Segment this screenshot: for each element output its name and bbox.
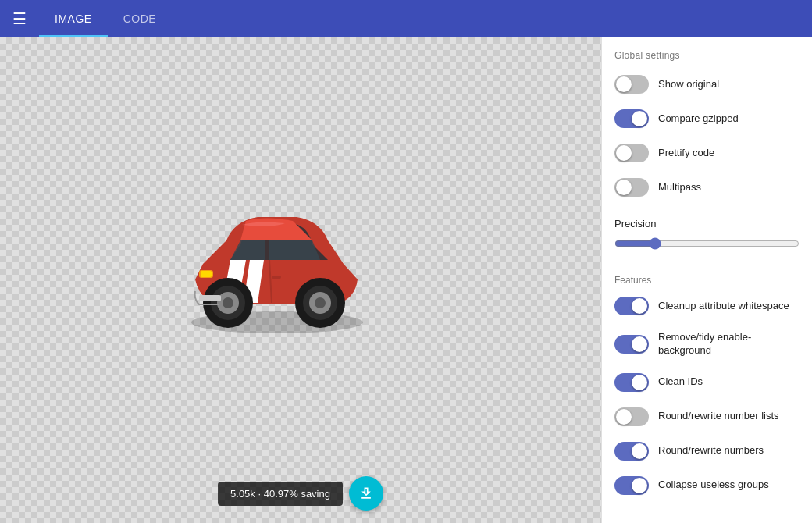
- setting-row-round-rewrite-number-lists: Round/rewrite number lists: [602, 400, 812, 434]
- setting-label-multipass: Multipass: [658, 181, 800, 194]
- setting-label-show-original: Show original: [658, 78, 800, 91]
- svg-point-5: [223, 297, 233, 308]
- download-button[interactable]: [349, 476, 383, 511]
- toggle-thumb-remove-tidy-enable-background: [632, 336, 647, 352]
- setting-row-collapse-useless-groups: Collapse useless groups: [602, 468, 812, 503]
- divider-1: [602, 208, 812, 208]
- global-settings: Show originalCompare gzippedPrettify cod…: [602, 67, 812, 205]
- toggle-thumb-multipass: [616, 180, 632, 195]
- status-bar: 5.05k · 40.97% saving: [218, 476, 383, 511]
- svg-point-9: [315, 297, 326, 308]
- setting-label-round-rewrite-numbers: Round/rewrite numbers: [658, 444, 800, 457]
- toggle-round-rewrite-number-lists[interactable]: [614, 407, 649, 426]
- header: ☰ IMAGE CODE: [0, 0, 812, 37]
- setting-row-cleanup-attribute-whitespace: Cleanup attribute whitespace: [602, 289, 812, 323]
- toggle-cleanup-attribute-whitespace[interactable]: [614, 297, 649, 315]
- svg-rect-12: [199, 295, 221, 301]
- toggle-compare-gzipped[interactable]: [614, 109, 649, 128]
- toggle-round-rewrite-numbers[interactable]: [614, 442, 649, 461]
- toggle-show-original[interactable]: [614, 75, 649, 94]
- canvas-area: 5.05k · 40.97% saving: [0, 37, 601, 523]
- toggle-thumb-compare-gzipped: [632, 111, 647, 126]
- toggle-thumb-prettify-code: [616, 145, 632, 161]
- setting-row-round-rewrite-numbers: Round/rewrite numbers: [602, 434, 812, 468]
- svg-rect-11: [201, 271, 212, 277]
- toggle-clean-ids[interactable]: [614, 373, 649, 392]
- setting-label-prettify-code: Prettify code: [658, 147, 800, 160]
- precision-label: Precision: [614, 218, 800, 229]
- features-settings: Cleanup attribute whitespaceRemove/tidy …: [602, 289, 812, 503]
- menu-icon[interactable]: ☰: [6, 3, 33, 34]
- status-text: 5.05k · 40.97% saving: [218, 482, 343, 506]
- car-image: [156, 178, 375, 350]
- setting-row-prettify-code: Prettify code: [602, 136, 812, 170]
- setting-row-remove-tidy-enable-background: Remove/tidy enable-background: [602, 323, 812, 365]
- toggle-thumb-round-rewrite-numbers: [632, 443, 647, 459]
- setting-row-clean-ids: Clean IDs: [602, 365, 812, 400]
- precision-slider[interactable]: [614, 237, 800, 250]
- main-layout: 5.05k · 40.97% saving Global settings Sh…: [0, 37, 812, 523]
- toggle-thumb-collapse-useless-groups: [632, 478, 647, 493]
- header-tabs: IMAGE CODE: [39, 0, 172, 37]
- setting-row-compare-gzipped: Compare gzipped: [602, 101, 812, 136]
- toggle-prettify-code[interactable]: [614, 144, 649, 162]
- download-icon: [358, 486, 374, 501]
- tab-code[interactable]: CODE: [108, 0, 172, 37]
- toggle-thumb-clean-ids: [632, 375, 647, 390]
- setting-label-clean-ids: Clean IDs: [658, 375, 800, 389]
- toggle-remove-tidy-enable-background[interactable]: [614, 335, 649, 354]
- tab-image[interactable]: IMAGE: [39, 0, 108, 37]
- setting-label-compare-gzipped: Compare gzipped: [658, 112, 800, 126]
- setting-label-round-rewrite-number-lists: Round/rewrite number lists: [658, 410, 800, 423]
- setting-row-multipass: Multipass: [602, 170, 812, 205]
- svg-rect-13: [272, 276, 281, 279]
- toggle-thumb-cleanup-attribute-whitespace: [632, 298, 647, 314]
- setting-label-collapse-useless-groups: Collapse useless groups: [658, 479, 800, 492]
- toggle-multipass[interactable]: [614, 178, 649, 197]
- toggle-thumb-show-original: [616, 76, 632, 92]
- setting-row-show-original: Show original: [602, 67, 812, 101]
- precision-section: Precision: [602, 212, 812, 265]
- features-title: Features: [602, 265, 812, 289]
- toggle-thumb-round-rewrite-number-lists: [616, 409, 632, 425]
- setting-label-remove-tidy-enable-background: Remove/tidy enable-background: [658, 331, 800, 358]
- toggle-collapse-useless-groups[interactable]: [614, 476, 649, 495]
- right-panel: Global settings Show originalCompare gzi…: [601, 37, 812, 523]
- setting-label-cleanup-attribute-whitespace: Cleanup attribute whitespace: [658, 300, 800, 313]
- global-settings-title: Global settings: [602, 37, 812, 67]
